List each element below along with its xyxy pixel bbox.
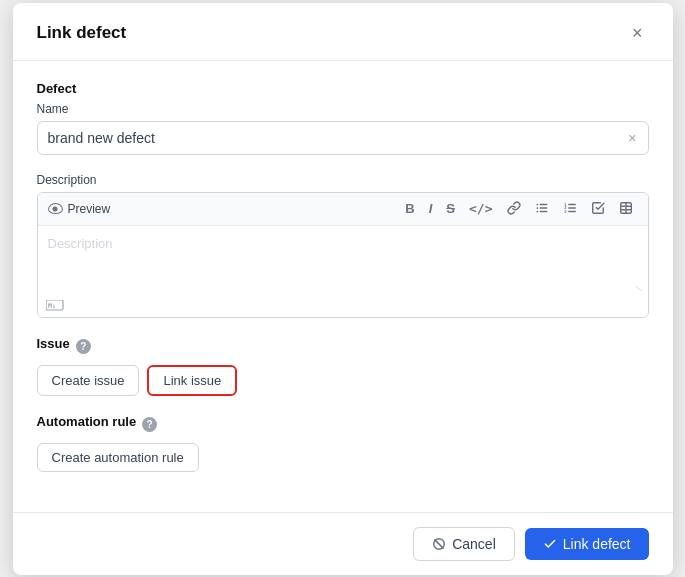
description-label: Description [37, 173, 649, 187]
close-button[interactable]: × [626, 21, 649, 46]
task-list-button[interactable] [586, 199, 610, 219]
issue-section: Issue ? Create issue Link issue [37, 336, 649, 396]
cancel-button[interactable]: Cancel [413, 527, 515, 561]
create-automation-rule-button[interactable]: Create automation rule [37, 443, 199, 472]
issue-buttons: Create issue Link issue [37, 365, 649, 396]
code-button[interactable]: </> [464, 200, 497, 217]
name-field-label: Name [37, 102, 649, 116]
svg-point-4 [536, 207, 538, 209]
svg-line-19 [435, 539, 443, 547]
strikethrough-button[interactable]: S [441, 200, 460, 217]
svg-point-3 [536, 203, 538, 205]
name-input-wrapper: × [37, 121, 649, 155]
description-editor: Preview B I S </> [37, 192, 649, 318]
issue-section-label: Issue [37, 336, 70, 351]
issue-header: Issue ? [37, 336, 649, 357]
automation-section: Automation rule ? Create automation rule [37, 414, 649, 472]
name-clear-button[interactable]: × [624, 128, 640, 148]
preview-toggle[interactable]: Preview [48, 202, 111, 216]
automation-help-icon[interactable]: ? [142, 417, 157, 432]
check-icon [543, 537, 557, 551]
link-defect-button[interactable]: Link defect [525, 528, 649, 560]
link-issue-button[interactable]: Link issue [147, 365, 237, 396]
issue-help-icon[interactable]: ? [76, 339, 91, 354]
description-section: Description Preview B I S </> [37, 173, 649, 318]
resize-handle: ⟍ [633, 282, 644, 294]
name-input[interactable] [37, 121, 649, 155]
eye-icon [48, 203, 63, 214]
description-textarea[interactable]: Description ⟍ [38, 226, 648, 296]
modal-footer: Cancel Link defect [13, 512, 673, 575]
modal-body: Defect Name × Description Preview B I S … [13, 61, 673, 512]
link-button[interactable] [502, 199, 526, 219]
automation-header: Automation rule ? [37, 414, 649, 435]
defect-section-label: Defect [37, 81, 649, 96]
description-toolbar: Preview B I S </> [38, 193, 648, 226]
automation-section-label: Automation rule [37, 414, 137, 429]
description-placeholder: Description [48, 236, 638, 251]
link-defect-modal: Link defect × Defect Name × Description … [13, 3, 673, 575]
italic-button[interactable]: I [424, 200, 438, 217]
modal-header: Link defect × [13, 3, 673, 61]
markdown-icon: M↓ [46, 300, 64, 311]
svg-point-5 [536, 210, 538, 212]
svg-text:3: 3 [564, 208, 567, 213]
description-footer: M↓ [38, 296, 648, 317]
table-button[interactable] [614, 199, 638, 219]
bullet-list-button[interactable] [530, 199, 554, 219]
bold-button[interactable]: B [400, 200, 419, 217]
numbered-list-button[interactable]: 1 2 3 [558, 199, 582, 219]
ban-icon [432, 537, 446, 551]
svg-text:M↓: M↓ [48, 302, 56, 310]
preview-label: Preview [68, 202, 111, 216]
create-issue-button[interactable]: Create issue [37, 365, 140, 396]
link-defect-label: Link defect [563, 536, 631, 552]
cancel-label: Cancel [452, 536, 496, 552]
modal-title: Link defect [37, 23, 127, 43]
